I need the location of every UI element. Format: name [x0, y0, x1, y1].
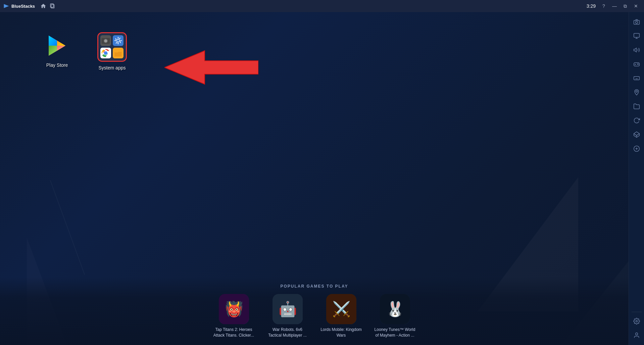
svg-point-15 [117, 39, 120, 42]
game-lords-mobile-label: Lords Mobile: Kingdom Wars [319, 327, 363, 338]
right-sidebar [629, 12, 644, 345]
restore-button[interactable]: ⧉ [621, 1, 630, 11]
play-store-icon [44, 32, 70, 59]
game-lords-mobile-thumbnail: ⚔️ [326, 294, 356, 324]
arrow-svg [164, 47, 258, 88]
sidebar-add-icon[interactable] [631, 143, 643, 155]
copy-icon[interactable] [50, 3, 56, 9]
game-war-robots[interactable]: 🤖 War Robots. 6v6 Tactical Multiplayer .… [266, 294, 309, 338]
game-looney-tunes-label: Looney Tunes™ World of Mayhem - Action .… [373, 327, 417, 338]
system-apps-folder [97, 32, 127, 62]
popular-section-title: POPULAR GAMES TO PLAY [0, 284, 629, 289]
sidebar-layers-icon[interactable] [631, 129, 643, 141]
sidebar-folder-icon[interactable] [631, 100, 643, 112]
svg-marker-0 [4, 4, 9, 8]
svg-text:🐰: 🐰 [386, 300, 404, 318]
svg-point-17 [104, 51, 108, 55]
svg-marker-21 [164, 51, 258, 84]
bluestacks-logo-icon [3, 3, 9, 9]
sidebar-gamepad-icon[interactable] [631, 58, 643, 70]
sidebar-profile-icon[interactable] [631, 329, 643, 341]
svg-marker-8 [57, 41, 65, 46]
help-button[interactable]: ? [599, 1, 608, 11]
game-looney-tunes-thumbnail: 🐰 [380, 294, 410, 324]
svg-point-37 [637, 64, 638, 64]
svg-marker-7 [49, 36, 57, 46]
minimize-button[interactable]: — [610, 1, 619, 11]
svg-point-52 [635, 333, 638, 335]
window-controls: ? — ⧉ ✕ [599, 1, 641, 11]
svg-point-13 [104, 40, 107, 43]
svg-text:⚔️: ⚔️ [332, 300, 350, 318]
home-icon[interactable] [40, 3, 46, 9]
svg-text:🤖: 🤖 [278, 300, 297, 318]
games-row: 👹 Tap Titans 2: Heroes Attack Titans. Cl… [0, 294, 629, 338]
svg-point-31 [635, 21, 638, 23]
system-apps-label: System apps [99, 65, 126, 70]
system-apps-app[interactable]: System apps [97, 32, 127, 70]
game-war-robots-label: War Robots. 6v6 Tactical Multiplayer ... [266, 327, 309, 338]
game-tap-titans[interactable]: 👹 Tap Titans 2: Heroes Attack Titans. Cl… [212, 294, 256, 338]
svg-point-51 [636, 321, 637, 322]
game-war-robots-thumbnail: 🤖 [273, 294, 303, 324]
apps-area: Play Store [44, 32, 127, 70]
game-lords-mobile[interactable]: ⚔️ Lords Mobile: Kingdom Wars [319, 294, 363, 338]
close-button[interactable]: ✕ [631, 1, 641, 11]
sidebar-camera-icon[interactable] [631, 16, 643, 28]
folder-camera-icon [100, 35, 111, 46]
folder-settings-icon [113, 35, 123, 46]
svg-marker-9 [49, 46, 57, 56]
sidebar-rotate-icon[interactable] [631, 114, 643, 127]
svg-text:👹: 👹 [225, 300, 243, 318]
sidebar-keyboard-icon[interactable] [631, 72, 643, 84]
app-logo: BlueStacks [3, 3, 35, 9]
play-store-label: Play Store [46, 62, 68, 68]
play-store-icon-container [44, 32, 70, 59]
svg-point-38 [638, 64, 639, 64]
sidebar-volume-icon[interactable] [631, 44, 643, 56]
svg-rect-39 [634, 77, 639, 80]
main-layout: Play Store [0, 12, 644, 345]
titlebar-nav [40, 3, 56, 9]
svg-marker-10 [57, 46, 65, 51]
sidebar-settings-icon[interactable] [631, 315, 643, 327]
folder-files-icon [113, 48, 123, 58]
svg-point-45 [636, 91, 637, 92]
svg-marker-33 [634, 48, 636, 52]
svg-rect-14 [104, 37, 106, 39]
sidebar-location-icon[interactable] [631, 86, 643, 98]
svg-rect-32 [634, 34, 639, 38]
sidebar-display-icon[interactable] [631, 30, 643, 42]
tutorial-arrow [164, 47, 258, 89]
svg-rect-20 [115, 51, 118, 52]
play-store-app[interactable]: Play Store [44, 32, 70, 68]
android-screen: Play Store [0, 12, 629, 345]
app-name: BlueStacks [11, 4, 35, 9]
folder-chrome-icon [100, 48, 111, 58]
titlebar: BlueStacks 3:29 ? — ⧉ ✕ [0, 0, 644, 12]
clock: 3:29 [587, 3, 596, 9]
game-tap-titans-thumbnail: 👹 [219, 294, 249, 324]
game-tap-titans-label: Tap Titans 2: Heroes Attack Titans. Clic… [212, 327, 256, 338]
popular-games-section: POPULAR GAMES TO PLAY 👹 Tap Titans 2: He… [0, 277, 629, 345]
svg-rect-19 [115, 52, 122, 57]
game-looney-tunes[interactable]: 🐰 Looney Tunes™ World of Mayhem - Action… [373, 294, 417, 338]
